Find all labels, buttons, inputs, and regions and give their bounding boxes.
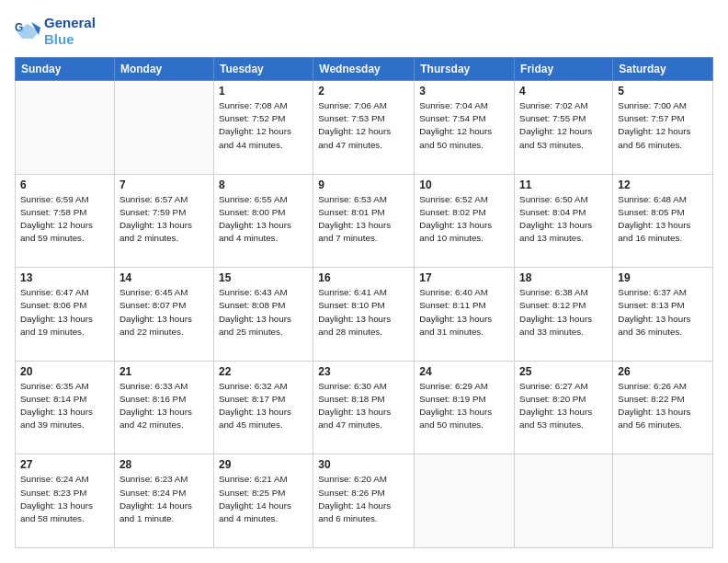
- calendar-cell: 14Sunrise: 6:45 AM Sunset: 8:07 PM Dayli…: [114, 268, 213, 362]
- day-info: Sunrise: 6:21 AM Sunset: 8:25 PM Dayligh…: [219, 473, 308, 525]
- day-number: 5: [618, 85, 708, 98]
- day-number: 10: [419, 178, 509, 191]
- calendar-cell: 3Sunrise: 7:04 AM Sunset: 7:54 PM Daylig…: [415, 81, 515, 175]
- day-of-week-header: Saturday: [613, 58, 713, 81]
- day-info: Sunrise: 7:06 AM Sunset: 7:53 PM Dayligh…: [318, 99, 409, 152]
- logo: G General Blue: [15, 15, 96, 48]
- day-info: Sunrise: 6:57 AM Sunset: 7:59 PM Dayligh…: [119, 193, 209, 246]
- day-info: Sunrise: 6:48 AM Sunset: 8:05 PM Dayligh…: [618, 193, 708, 246]
- calendar-week-row: 20Sunrise: 6:35 AM Sunset: 8:14 PM Dayli…: [16, 361, 713, 454]
- logo-icon: G: [15, 18, 40, 44]
- day-of-week-header: Thursday: [415, 58, 515, 81]
- day-info: Sunrise: 6:53 AM Sunset: 8:01 PM Dayligh…: [318, 193, 409, 246]
- day-number: 6: [20, 178, 109, 191]
- calendar-week-row: 13Sunrise: 6:47 AM Sunset: 8:06 PM Dayli…: [16, 268, 713, 362]
- day-number: 7: [119, 178, 209, 191]
- calendar-cell: 13Sunrise: 6:47 AM Sunset: 8:06 PM Dayli…: [16, 268, 115, 362]
- day-number: 27: [20, 458, 109, 471]
- calendar-cell: 25Sunrise: 6:27 AM Sunset: 8:20 PM Dayli…: [515, 361, 613, 454]
- day-number: 18: [519, 271, 608, 284]
- calendar-cell: 4Sunrise: 7:02 AM Sunset: 7:55 PM Daylig…: [515, 81, 613, 175]
- day-number: 4: [519, 85, 608, 98]
- calendar-cell: 22Sunrise: 6:32 AM Sunset: 8:17 PM Dayli…: [213, 361, 313, 454]
- day-number: 15: [219, 271, 308, 284]
- calendar-cell: 23Sunrise: 6:30 AM Sunset: 8:18 PM Dayli…: [313, 361, 415, 454]
- calendar-cell: [16, 81, 115, 175]
- day-info: Sunrise: 6:24 AM Sunset: 8:23 PM Dayligh…: [20, 473, 109, 525]
- calendar-cell: 17Sunrise: 6:40 AM Sunset: 8:11 PM Dayli…: [415, 268, 515, 362]
- calendar-table: SundayMondayTuesdayWednesdayThursdayFrid…: [15, 57, 713, 548]
- day-number: 9: [318, 178, 409, 191]
- calendar-cell: 11Sunrise: 6:50 AM Sunset: 8:04 PM Dayli…: [515, 174, 613, 268]
- day-info: Sunrise: 6:23 AM Sunset: 8:24 PM Dayligh…: [119, 473, 209, 525]
- day-number: 22: [219, 365, 308, 378]
- calendar-cell: 21Sunrise: 6:33 AM Sunset: 8:16 PM Dayli…: [114, 361, 213, 454]
- calendar-week-row: 6Sunrise: 6:59 AM Sunset: 7:58 PM Daylig…: [16, 174, 713, 268]
- day-info: Sunrise: 7:02 AM Sunset: 7:55 PM Dayligh…: [519, 99, 608, 152]
- calendar-cell: 28Sunrise: 6:23 AM Sunset: 8:24 PM Dayli…: [114, 454, 213, 548]
- calendar-cell: 2Sunrise: 7:06 AM Sunset: 7:53 PM Daylig…: [313, 81, 415, 175]
- day-info: Sunrise: 6:41 AM Sunset: 8:10 PM Dayligh…: [318, 286, 409, 339]
- day-info: Sunrise: 7:00 AM Sunset: 7:57 PM Dayligh…: [618, 99, 708, 152]
- days-of-week-row: SundayMondayTuesdayWednesdayThursdayFrid…: [16, 58, 713, 81]
- day-number: 1: [219, 85, 308, 98]
- day-info: Sunrise: 6:59 AM Sunset: 7:58 PM Dayligh…: [20, 193, 109, 246]
- calendar-cell: 9Sunrise: 6:53 AM Sunset: 8:01 PM Daylig…: [313, 174, 415, 268]
- day-number: 28: [119, 458, 209, 471]
- day-number: 24: [419, 365, 509, 378]
- day-number: 13: [20, 271, 109, 284]
- calendar-cell: 15Sunrise: 6:43 AM Sunset: 8:08 PM Dayli…: [213, 268, 313, 362]
- day-number: 20: [20, 365, 109, 378]
- calendar-cell: 20Sunrise: 6:35 AM Sunset: 8:14 PM Dayli…: [16, 361, 115, 454]
- calendar-cell: 30Sunrise: 6:20 AM Sunset: 8:26 PM Dayli…: [313, 454, 415, 548]
- day-number: 8: [219, 178, 308, 191]
- calendar-cell: 26Sunrise: 6:26 AM Sunset: 8:22 PM Dayli…: [613, 361, 713, 454]
- page-header: G General Blue: [15, 15, 713, 48]
- day-number: 11: [519, 178, 608, 191]
- calendar-cell: 8Sunrise: 6:55 AM Sunset: 8:00 PM Daylig…: [213, 174, 313, 268]
- day-info: Sunrise: 6:33 AM Sunset: 8:16 PM Dayligh…: [119, 380, 209, 432]
- day-number: 26: [618, 365, 708, 378]
- calendar-week-row: 27Sunrise: 6:24 AM Sunset: 8:23 PM Dayli…: [16, 454, 713, 548]
- calendar-cell: 5Sunrise: 7:00 AM Sunset: 7:57 PM Daylig…: [613, 81, 713, 175]
- day-info: Sunrise: 6:38 AM Sunset: 8:12 PM Dayligh…: [519, 286, 608, 339]
- calendar-cell: [613, 454, 713, 548]
- day-info: Sunrise: 6:27 AM Sunset: 8:20 PM Dayligh…: [519, 380, 608, 432]
- calendar-cell: 6Sunrise: 6:59 AM Sunset: 7:58 PM Daylig…: [16, 174, 115, 268]
- calendar-cell: 29Sunrise: 6:21 AM Sunset: 8:25 PM Dayli…: [213, 454, 313, 548]
- day-info: Sunrise: 6:43 AM Sunset: 8:08 PM Dayligh…: [219, 286, 308, 339]
- day-of-week-header: Monday: [114, 58, 213, 81]
- calendar-cell: 16Sunrise: 6:41 AM Sunset: 8:10 PM Dayli…: [313, 268, 415, 362]
- day-number: 12: [618, 178, 708, 191]
- day-number: 16: [318, 271, 409, 284]
- day-info: Sunrise: 6:20 AM Sunset: 8:26 PM Dayligh…: [318, 473, 409, 525]
- day-number: 29: [219, 458, 308, 471]
- calendar-cell: 7Sunrise: 6:57 AM Sunset: 7:59 PM Daylig…: [114, 174, 213, 268]
- day-info: Sunrise: 6:26 AM Sunset: 8:22 PM Dayligh…: [618, 380, 708, 432]
- day-info: Sunrise: 6:55 AM Sunset: 8:00 PM Dayligh…: [219, 193, 308, 246]
- day-info: Sunrise: 6:35 AM Sunset: 8:14 PM Dayligh…: [20, 380, 109, 432]
- calendar-cell: 12Sunrise: 6:48 AM Sunset: 8:05 PM Dayli…: [613, 174, 713, 268]
- logo-blue: Blue: [44, 31, 96, 48]
- day-of-week-header: Wednesday: [313, 58, 415, 81]
- calendar-cell: 24Sunrise: 6:29 AM Sunset: 8:19 PM Dayli…: [415, 361, 515, 454]
- day-info: Sunrise: 6:52 AM Sunset: 8:02 PM Dayligh…: [419, 193, 509, 246]
- day-number: 3: [419, 85, 509, 98]
- calendar-cell: 19Sunrise: 6:37 AM Sunset: 8:13 PM Dayli…: [613, 268, 713, 362]
- day-number: 21: [119, 365, 209, 378]
- day-number: 17: [419, 271, 509, 284]
- day-number: 2: [318, 85, 409, 98]
- logo-general: General: [44, 15, 96, 31]
- day-info: Sunrise: 7:08 AM Sunset: 7:52 PM Dayligh…: [219, 99, 308, 152]
- day-number: 25: [519, 365, 608, 378]
- calendar-cell: [114, 81, 213, 175]
- day-info: Sunrise: 6:32 AM Sunset: 8:17 PM Dayligh…: [219, 380, 308, 432]
- calendar-cell: [415, 454, 515, 548]
- day-number: 23: [318, 365, 409, 378]
- day-info: Sunrise: 6:40 AM Sunset: 8:11 PM Dayligh…: [419, 286, 509, 339]
- calendar-cell: 1Sunrise: 7:08 AM Sunset: 7:52 PM Daylig…: [213, 81, 313, 175]
- day-info: Sunrise: 6:29 AM Sunset: 8:19 PM Dayligh…: [419, 380, 509, 432]
- day-of-week-header: Sunday: [16, 58, 115, 81]
- calendar-week-row: 1Sunrise: 7:08 AM Sunset: 7:52 PM Daylig…: [16, 81, 713, 175]
- day-of-week-header: Tuesday: [213, 58, 313, 81]
